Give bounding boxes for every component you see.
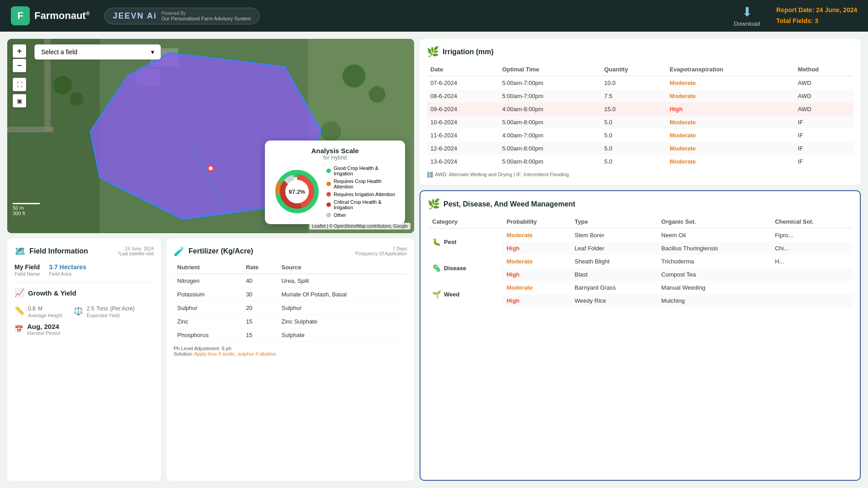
fertilizer-row: Phosphorus 15 Sulphate — [174, 328, 407, 342]
jeevn-name: JEEVN Ai — [113, 11, 157, 21]
field-info-card: 🗺️ Field Information 24 June, 2024 *Last… — [7, 239, 161, 481]
logo-area: F Farmonaut® — [11, 6, 90, 25]
svg-point-12 — [53, 76, 72, 94]
main-content: + − ⛶ ▣ Select a field ▾ 50 m 300 ft Ana… — [0, 32, 868, 488]
other-dot — [326, 213, 331, 217]
field-select-dropdown[interactable]: Select a field ▾ — [34, 44, 161, 60]
irrigation-row: 10-6-2024 5:00am-8:00pm 5.0 Moderate IF — [427, 116, 854, 129]
pest-title: Pest, Disease, And Weed Management — [443, 200, 576, 208]
field-name-row: My Field Field Name 3.7 Hectares Field A… — [14, 263, 154, 277]
growth-icon: 📈 — [14, 288, 24, 298]
irrigation-row: 12-6-2024 5:00am-8:00pm 5.0 Moderate IF — [427, 142, 854, 155]
jeevn-sub: Powered By Our Personalized Farm Advisor… — [161, 11, 251, 21]
layer-button[interactable]: ▣ — [13, 94, 26, 108]
header: F Farmonaut® JEEVN Ai Powered By Our Per… — [0, 0, 868, 32]
expected-yield-item: ⚖️ 2.5 Tons (Per Acre) Expected Yield — [73, 303, 135, 318]
irrigation-note: ℹ️ AWD: Alternate Wetting and Drying | I… — [427, 172, 854, 178]
divider — [14, 282, 154, 282]
svg-point-14 — [342, 64, 365, 87]
field-name-item: My Field Field Name — [14, 263, 40, 277]
harvest-row: 📅 Aug, 2024 Harvest Period — [14, 323, 154, 336]
fullscreen-button[interactable]: ⛶ — [13, 78, 26, 91]
download-icon: ⬇ — [742, 5, 752, 19]
fertilizer-title: Fertilizer (Kg/Acre) — [189, 247, 253, 255]
legend-item-good: Good Crop Health & Irrigation — [326, 165, 398, 176]
map-container: + − ⛶ ▣ Select a field ▾ 50 m 300 ft Ana… — [7, 39, 414, 233]
fertilizer-row: Zinc 15 Zinc Sulphate — [174, 315, 407, 328]
irrigation-table-header: Date Optimal Time Quantity Evapotranspir… — [427, 63, 854, 76]
right-section: 🌿 Irrigation (mm) Date Optimal Time Quan… — [414, 39, 861, 481]
category-icon: 🦠 — [432, 264, 441, 272]
fertilizer-header: 🧪 Fertilizer (Kg/Acre) 7 Days *Frequency… — [174, 246, 407, 257]
fertilizer-row: Sulphur 20 Sulphur — [174, 301, 407, 315]
svg-point-11 — [209, 167, 212, 170]
logo-icon: F — [11, 6, 30, 25]
header-right: ⬇ Download Report Date: 24 June, 2024 To… — [734, 5, 857, 27]
legend-item-other: Other — [326, 212, 398, 218]
map-section: + − ⛶ ▣ Select a field ▾ 50 m 300 ft Ana… — [7, 39, 414, 481]
analysis-scale-popup: Analysis Scale for Hybrid — [265, 141, 405, 224]
growth-title: Growth & Yield — [28, 289, 76, 297]
svg-point-13 — [70, 92, 84, 106]
popup-legend: Good Crop Health & Irrigation Requires C… — [326, 165, 398, 218]
field-info-title: Field Information — [29, 247, 88, 255]
zoom-in-button[interactable]: + — [13, 44, 26, 58]
scale-bar: 50 m 300 ft — [13, 203, 40, 216]
irrigation-title: Irrigation (mm) — [443, 48, 494, 56]
field-icon: 🗺️ — [14, 246, 26, 257]
map-controls: + − ⛶ ▣ — [13, 44, 26, 108]
jeevn-badge: JEEVN Ai Powered By Our Personalized Far… — [104, 8, 259, 24]
legend-item-irrigation: Requires Irrigation Attention — [326, 192, 398, 197]
frequency-info: 7 Days *Frequency Of Application — [354, 246, 407, 256]
analysis-scale-title: Analysis Scale — [272, 147, 398, 155]
report-info: Report Date: 24 June, 2024 Total Fields:… — [776, 5, 857, 27]
fertilizer-row: Potassium 30 Muriate Of Potash, Basal — [174, 288, 407, 301]
pest-row: 🌱 Weed Moderate Barnyard Grass Manual We… — [428, 281, 853, 294]
map-attribution: Leaflet | © OpenStreetMap contributors, … — [309, 223, 410, 230]
irrigation-dot — [326, 192, 331, 197]
field-date: 24 June, 2024 *Last satellite visit — [118, 246, 154, 256]
fertilizer-row: Nitrogen 40 Urea, Split — [174, 274, 407, 288]
irrigation-icon: 🌿 — [427, 46, 439, 58]
donut-chart: 97.2% — [272, 167, 322, 216]
donut-center-label: 97.2% — [289, 188, 306, 195]
irrigation-row: 08-6-2024 5:00am-7:00pm 7.5 Moderate AWD — [427, 89, 854, 103]
growth-metrics-row: 📏 0.8 M Average Height ⚖️ 2.5 Tons (Per … — [14, 303, 154, 318]
fertilizer-table: Nutrient Rate Source Nitrogen 40 Urea, S… — [174, 261, 407, 342]
pest-disease-card: 🌿 Pest, Disease, And Weed Management Cat… — [420, 190, 861, 481]
irrigation-table: Date Optimal Time Quantity Evapotranspir… — [427, 63, 854, 168]
irrigation-row: 11-6-2024 4:00am-7:00pm 5.0 Moderate IF — [427, 129, 854, 142]
crop-health-dot — [326, 182, 331, 186]
category-icon: 🌱 — [432, 290, 441, 299]
irrigation-header: 🌿 Irrigation (mm) — [427, 46, 854, 58]
zoom-out-button[interactable]: − — [13, 59, 26, 72]
harvest-icon: 📅 — [14, 325, 24, 333]
growth-header: 📈 Growth & Yield — [14, 288, 154, 298]
analysis-scale-subtitle: for Hybrid — [272, 155, 398, 161]
pest-icon: 🌿 — [428, 198, 440, 210]
irrigation-row: 13-6-2024 5:00am-8:00pm 5.0 Moderate IF — [427, 155, 854, 168]
irrigation-card: 🌿 Irrigation (mm) Date Optimal Time Quan… — [420, 39, 861, 185]
svg-point-15 — [369, 86, 386, 103]
pest-header: 🌿 Pest, Disease, And Weed Management — [428, 198, 853, 210]
height-icon: 📏 — [14, 306, 24, 316]
fertilizer-footer: Ph Level Adjustment: 6 ph Solution: Appl… — [174, 346, 407, 357]
analysis-popup-body: 97.2% Good Crop Health & Irrigation Requ… — [272, 165, 398, 218]
category-icon: 🐛 — [432, 238, 441, 246]
fertilizer-table-header: Nutrient Rate Source — [174, 261, 407, 274]
legend-item-crop-health: Requires Crop Health Attention — [326, 178, 398, 189]
info-icon: ℹ️ — [427, 172, 433, 178]
pest-table-header: Category Probability Type Organic Sol. C… — [428, 216, 853, 228]
pest-row: 🦠 Disease Moderate Sheath Blight Trichod… — [428, 255, 853, 268]
fertilizer-card: 🧪 Fertilizer (Kg/Acre) 7 Days *Frequency… — [166, 239, 414, 481]
download-button[interactable]: ⬇ Download — [734, 5, 760, 27]
critical-dot — [326, 202, 331, 207]
avg-height-item: 📏 0.8 M Average Height — [14, 303, 62, 318]
irrigation-row: 07-6-2024 5:00am-7:00pm 10.0 Moderate AW… — [427, 76, 854, 89]
bottom-panels: 🗺️ Field Information 24 June, 2024 *Last… — [7, 239, 414, 481]
pest-row: 🐛 Pest Moderate Stem Borer Neem Oil Fipr… — [428, 228, 853, 242]
pest-table: Category Probability Type Organic Sol. C… — [428, 216, 853, 307]
fertilizer-icon: 🧪 — [174, 246, 185, 257]
svg-point-16 — [321, 121, 341, 141]
chevron-down-icon: ▾ — [151, 48, 154, 56]
